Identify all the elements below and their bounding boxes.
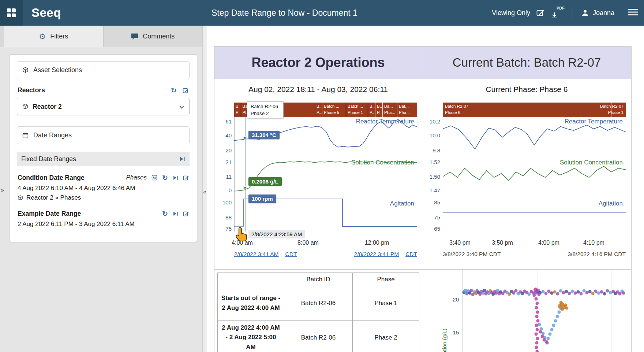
cube-icon: [22, 67, 29, 73]
capsule-boundary: [611, 103, 611, 117]
sidebar-tabs: ⚙ Filters Comments: [0, 26, 202, 47]
y-tick: 100: [220, 199, 232, 205]
edit-icon[interactable]: [183, 87, 189, 93]
plot-area[interactable]: Batch R2-07Phase 6 Batch R2-07Phase 1: [443, 103, 626, 262]
tab-filters[interactable]: ⚙ Filters: [4, 26, 103, 47]
app-launcher-button[interactable]: [0, 0, 23, 26]
range-start-label: 3/8/2022 3:40 PM CDT: [443, 251, 501, 257]
capsule-tooltip: Batch R2-06Phase 2: [247, 101, 284, 118]
range-end-link[interactable]: 2/8/2022 3:41 PM: [354, 251, 399, 257]
series-label: Agitation: [390, 200, 414, 207]
cursor-dot: [243, 136, 247, 140]
topbar-right: Viewing Only PDF Joanna: [492, 0, 644, 26]
capsule-segment[interactable]: B...P...: [375, 103, 382, 117]
left-subtitle: Aug 02, 2022 18:11 - Aug 03, 2022 06:11: [214, 85, 422, 94]
edit-icon[interactable]: [183, 211, 189, 216]
timezone-link[interactable]: CDT: [405, 251, 417, 257]
asset-selections-title: Asset Selections: [33, 66, 82, 74]
step-to-end-icon[interactable]: [179, 156, 185, 162]
timezone-link[interactable]: CDT: [285, 251, 297, 257]
person-icon: [581, 9, 589, 17]
y-tick: 0: [220, 187, 232, 193]
viewing-only-label: Viewing Only: [492, 9, 530, 17]
capsule-segment[interactable]: Ba...Pha...: [382, 103, 397, 117]
gear-icon: ⚙: [39, 33, 46, 40]
pdf-label: PDF: [557, 6, 565, 10]
seeq-logo[interactable]: Seeq: [31, 6, 61, 20]
example-date-range-name: Example Date Range: [18, 210, 81, 218]
topbar-divider: [573, 6, 573, 20]
asset-dropdown[interactable]: Reactor 2: [17, 98, 190, 115]
batch-cell: Batch R2-06: [284, 286, 352, 320]
y-tick: 40: [220, 132, 232, 138]
series-label: Agitation: [599, 200, 623, 207]
y-tick: 1.50: [428, 174, 440, 180]
column-header: Phase: [353, 273, 419, 286]
right-subtitle: Current Phase: Phase 6: [422, 85, 631, 94]
batch-table-cell: Batch ID Phase Starts out of range - 2 A…: [214, 270, 422, 352]
chevron-down-icon: [179, 103, 184, 111]
value-tooltip: 100 rpm: [248, 194, 276, 203]
y-tick: 75: [220, 226, 232, 232]
lane-reactor-temperature: Reactor Temperature: [443, 117, 626, 156]
right-chart-cell: Current Phase: Phase 6 10.2 10.0 9.8 1.5…: [422, 79, 631, 270]
phase-cell: Phase 2: [353, 320, 419, 352]
capsule-segment[interactable]: Batch ...Phase 5: [322, 103, 346, 117]
left-header-cell: Reactor 2 Operations: [214, 47, 422, 79]
y-tick: 10.2: [428, 118, 440, 125]
document-title: Step Date Range to Now - Document 1: [211, 0, 357, 26]
collapse-panel-handle[interactable]: «: [203, 189, 206, 195]
step-to-end-icon[interactable]: [173, 211, 178, 216]
value-tooltip: 0.2008 g/L: [248, 177, 282, 186]
organizer-document: Reactor 2 Operations Current Batch: Batc…: [214, 46, 632, 352]
scatter-plot[interactable]: [462, 270, 625, 352]
expand-panel-handle[interactable]: »: [1, 187, 4, 193]
x-tick: 12:00 pm: [365, 240, 389, 246]
sidebar: ⚙ Filters Comments Asset Selections: [0, 26, 202, 352]
range-start-link[interactable]: 2/8/2022 3:41 AM: [234, 251, 279, 257]
refresh-icon[interactable]: ↻: [171, 87, 177, 94]
y-tick: 20: [449, 296, 459, 303]
lane-solution-concentration: Solution Concentration 0.2008 g/L: [234, 156, 417, 194]
capsule-lane[interactable]: Batch R2-07Phase 6 Batch R2-07Phase 1: [443, 103, 626, 117]
export-pdf-button[interactable]: PDF: [551, 6, 565, 20]
trend-chart-left[interactable]: 61 40 20 21 11 0 100 88 75 BP: [220, 103, 417, 262]
step-to-end-icon[interactable]: [173, 175, 178, 181]
condition-date-range-value: 4 Aug 2022 6:10 AM - 4 Aug 2022 6:46 AM: [18, 185, 189, 192]
capsule-label: Batch R2-07Phase 1: [600, 103, 624, 116]
capsule-segment[interactable]: Batch ...Phase 1: [346, 103, 368, 117]
edit-document-icon[interactable]: [536, 8, 545, 17]
capsule-lane[interactable]: BP BaPh B...P... Batch ...Phase 5 Batch …: [234, 103, 417, 117]
y-tick: 1.52: [428, 159, 440, 165]
x-tick: 8:00 am: [297, 240, 319, 246]
user-menu[interactable]: Joanna: [581, 9, 614, 17]
range-end-label: 3/8/2022 4:16 PM CDT: [568, 251, 626, 257]
batch-cell: Batch R2-06: [284, 320, 352, 352]
y-tick: 85: [428, 199, 440, 205]
refresh-icon[interactable]: ↻: [162, 210, 168, 217]
seeq-app: Seeq Step Date Range to Now - Document 1…: [0, 0, 644, 352]
refresh-icon[interactable]: ↻: [162, 174, 168, 181]
asset-selections-header: Asset Selections: [17, 61, 190, 79]
trend-chart-right[interactable]: 10.2 10.0 9.8 1.52 1.50 1.47 85 75 65: [428, 103, 626, 262]
example-date-range-entry: Example Date Range ↻: [17, 208, 190, 228]
capsule-segment[interactable]: B...P...: [315, 103, 322, 117]
reactors-label: Reactors: [18, 86, 45, 94]
capsule-segment[interactable]: BaPh: [241, 103, 247, 117]
hamburger-menu-icon[interactable]: [628, 8, 638, 17]
chart-cursor-line: [245, 117, 246, 231]
capsule-segment[interactable]: BP: [234, 103, 241, 117]
capsule-segment[interactable]: Bat...Pha...: [397, 103, 417, 117]
worksheet-icon[interactable]: [151, 175, 157, 181]
y-tick: 75: [428, 214, 440, 221]
fixed-date-ranges-label: Fixed Date Ranges: [21, 155, 76, 163]
x-tick: 4:00 pm: [538, 240, 559, 246]
sidebar-splitter[interactable]: «: [202, 26, 207, 352]
filters-panel: Asset Selections Reactors ↻: [9, 54, 197, 242]
condition-range-asset-path: Reactor 2 » Phases: [26, 194, 81, 201]
edit-icon[interactable]: [183, 175, 189, 181]
y-tick: 65: [428, 226, 440, 232]
capsule-segment[interactable]: B..P..: [368, 103, 375, 117]
phases-link[interactable]: Phases: [126, 174, 147, 181]
tab-comments[interactable]: Comments: [103, 26, 203, 47]
